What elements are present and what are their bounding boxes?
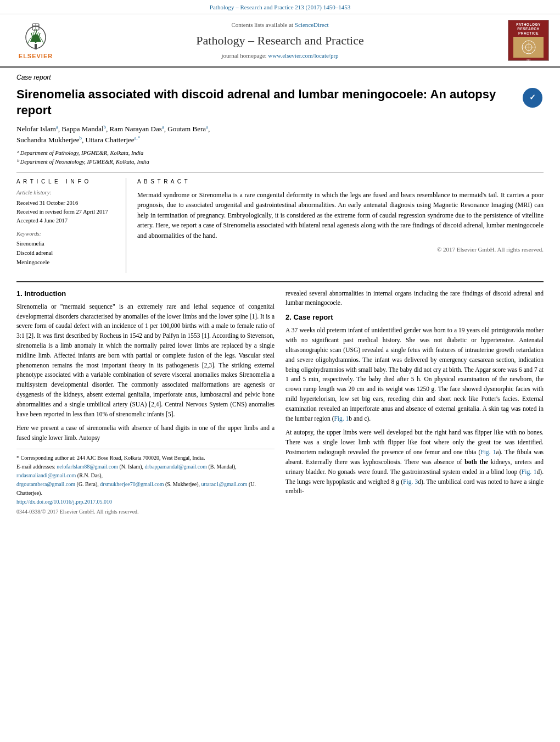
article-title-row: Sirenomelia associated with discoid adre…	[16, 87, 544, 118]
homepage-label: journal homepage:	[221, 52, 266, 59]
article-title: Sirenomelia associated with discoid adre…	[16, 87, 516, 118]
intro-paragraph-2: Here we present a case of sirenomelia wi…	[16, 423, 275, 443]
abstract-heading: A B S T R A C T	[137, 178, 544, 186]
crossmark-icon: ✓	[523, 88, 542, 108]
article-info-column: A R T I C L E I N F O Article history: R…	[16, 178, 126, 273]
affiliations: ᵃ Department of Pathology, IPGME&R, Kolk…	[16, 149, 544, 166]
history-label: Article history:	[16, 189, 117, 197]
elsevier-tree-icon	[19, 21, 52, 51]
revised-date: Received in revised form 27 April 2017	[16, 208, 117, 216]
accepted-date: Accepted 4 June 2017	[16, 216, 117, 225]
journal-homepage-line: journal homepage: www.elsevier.com/locat…	[60, 52, 500, 60]
prp-logo-pathology: PATHOLOGY RESEARCH PRACTICE	[516, 23, 541, 35]
introduction-heading: 1. Introduction	[16, 289, 275, 299]
prp-logo: PATHOLOGY RESEARCH PRACTICE 213	[508, 20, 549, 61]
crossmark-badge[interactable]: ✓	[522, 87, 544, 109]
email-goutam[interactable]: drgoutambera@gmail.com	[16, 481, 75, 487]
doi-link[interactable]: http://dx.doi.org/10.1016/j.prp.2017.05.…	[16, 499, 112, 505]
main-content: 1. Introduction Sirenomelia or "mermaid …	[16, 281, 544, 517]
keyword-1: Sirenomelia	[16, 239, 117, 249]
prp-logo-year: 213	[527, 58, 531, 62]
fig3d-link[interactable]: Fig. 3	[403, 478, 418, 485]
article-info-abstract-section: A R T I C L E I N F O Article history: R…	[16, 172, 544, 273]
intro-paragraph-1: Sirenomelia or "mermaid sequence" is an …	[16, 302, 275, 420]
main-left-column: 1. Introduction Sirenomelia or "mermaid …	[16, 289, 275, 517]
right-col-intro-continuation: revealed several abnormalities in intern…	[285, 289, 544, 309]
affiliation-a: ᵃ Department of Pathology, IPGME&R, Kolk…	[16, 149, 544, 158]
journal-title: Pathology – Research and Practice	[60, 32, 500, 49]
keywords-section: Keywords: Sirenomelia Discoid adrenal Me…	[16, 230, 117, 267]
journal-header: ELSEVIER Contents lists available at Sci…	[0, 14, 560, 68]
email-prefix: E-mail addresses:	[16, 464, 55, 470]
corresponding-note: * Corresponding author at: 244 AJC Bose …	[16, 454, 275, 462]
case-report-heading: 2. Case report	[285, 313, 544, 322]
email-ram[interactable]: rndasmaliandi@gmail.com	[16, 472, 76, 478]
email-suchandra[interactable]: drsmukherjee70@gmail.com	[100, 481, 164, 487]
article-info-heading: A R T I C L E I N F O	[16, 178, 117, 186]
elsevier-label-text: ELSEVIER	[19, 52, 53, 60]
abstract-text: Mermaid syndrome or Sirenomelia is a rar…	[137, 190, 544, 241]
email-addresses-line: E-mail addresses: nelofarlslam88@gmail.c…	[16, 462, 275, 498]
main-right-column: revealed several abnormalities in intern…	[285, 289, 544, 517]
email-uttara[interactable]: uttarac1@gmail.com	[201, 481, 248, 487]
keyword-2: Discoid adrenal	[16, 249, 117, 258]
article-type: Case report	[16, 73, 544, 82]
keywords-label: Keywords:	[16, 230, 117, 238]
received-date: Received 31 October 2016	[16, 199, 117, 208]
authors-line: Nelofar Islama, Bappa Mandalb, Ram Naray…	[16, 124, 544, 146]
case-report-paragraph-2: At autopsy, the upper limbs were well de…	[285, 428, 544, 496]
sciencedirect-link[interactable]: ScienceDirect	[295, 21, 329, 28]
prp-logo-visual	[516, 37, 542, 58]
abstract-column: A B S T R A C T Mermaid syndrome or Sire…	[137, 178, 544, 273]
journal-reference-bar: Pathology – Research and Practice 213 (2…	[0, 0, 560, 14]
fig1d-link[interactable]: Fig. 1	[522, 468, 537, 475]
sciencedirect-line: Contents lists available at ScienceDirec…	[60, 21, 500, 29]
journal-center-info: Contents lists available at ScienceDirec…	[60, 21, 500, 60]
copyright-line: © 2017 Elsevier GmbH. All rights reserve…	[137, 246, 544, 254]
article-body: Case report Sirenomelia associated with …	[0, 68, 560, 527]
homepage-link[interactable]: www.elsevier.com/locate/prp	[268, 52, 338, 59]
journal-ref-text: Pathology – Research and Practice 213 (2…	[210, 4, 350, 10]
fig1bc-link[interactable]: Fig. 1	[334, 415, 349, 422]
prp-logo-image	[513, 37, 544, 58]
case-report-paragraph-1: A 37 weeks old preterm infant of unident…	[285, 326, 544, 423]
doi-line[interactable]: http://dx.doi.org/10.1016/j.prp.2017.05.…	[16, 498, 275, 506]
journal-logo-right: PATHOLOGY RESEARCH PRACTICE 213	[500, 20, 549, 61]
email-bappa[interactable]: drbappamandal@gmail.com	[145, 464, 207, 470]
issn-line: 0344-0338/© 2017 Elsevier GmbH. All righ…	[16, 507, 275, 516]
fig1a-link[interactable]: Fig. 1	[480, 449, 496, 455]
article-history: Article history: Received 31 October 201…	[16, 189, 117, 225]
keyword-3: Meningocoele	[16, 258, 117, 267]
footer-notes: * Corresponding author at: 244 AJC Bose …	[16, 449, 275, 516]
elsevier-logo: ELSEVIER	[11, 21, 60, 60]
affiliation-b: ᵇ Department of Neonatology, IPGME&R, Ko…	[16, 158, 544, 166]
email-nelofar[interactable]: nelofarlslam88@gmail.com	[57, 464, 118, 470]
contents-label: Contents lists available at	[231, 21, 293, 28]
